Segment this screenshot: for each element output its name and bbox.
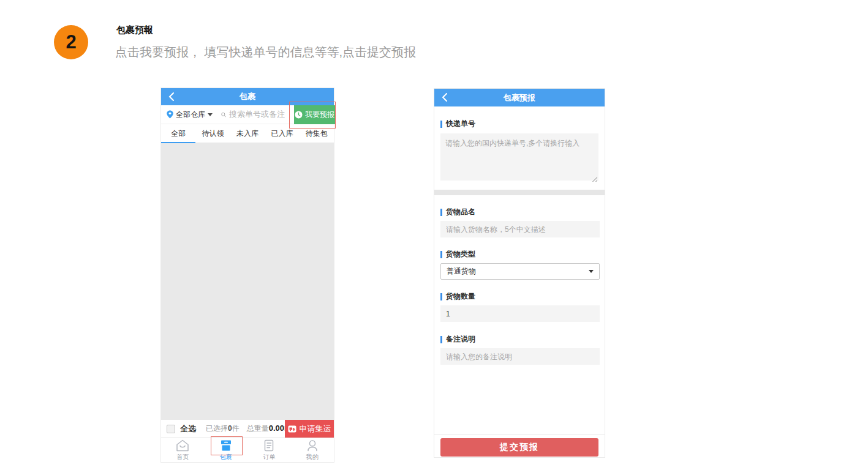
empty-package-list bbox=[161, 143, 334, 420]
goods-type-select[interactable]: 普通货物 bbox=[440, 263, 600, 280]
nav-orders[interactable]: 订单 bbox=[247, 438, 291, 462]
search-input[interactable]: 搜索单号或备注 bbox=[221, 109, 285, 120]
back-icon[interactable] bbox=[442, 93, 447, 104]
form-footer: 提交预报 bbox=[434, 435, 605, 457]
package-list-screen: 包裹 全部仓库 搜索单号或备注 我要预报 全部 待认领 未入库 已入库 待集包 … bbox=[160, 88, 334, 463]
label-bar bbox=[440, 293, 442, 300]
nav-packages-label: 包裹 bbox=[220, 453, 232, 461]
nav-packages[interactable]: 包裹 bbox=[205, 438, 248, 462]
left-phone-title: 包裹 bbox=[240, 91, 255, 102]
orders-icon bbox=[262, 439, 276, 452]
home-icon bbox=[175, 439, 190, 452]
tab-not-in-warehouse[interactable]: 未入库 bbox=[230, 124, 265, 143]
goods-quantity-label: 货物数量 bbox=[440, 291, 598, 302]
package-forecast-screen: 包裹预报 快递单号 货物品名 货物类型 普通货物 货物数量 bbox=[434, 88, 605, 458]
tab-pending-claim[interactable]: 待认领 bbox=[195, 124, 230, 143]
search-placeholder: 搜索单号或备注 bbox=[229, 109, 285, 120]
right-phone-header: 包裹预报 bbox=[434, 89, 605, 106]
bottom-navigation: 首页 包裹 订单 我的 bbox=[161, 438, 334, 462]
back-icon[interactable] bbox=[168, 92, 174, 103]
tracking-number-textarea[interactable] bbox=[440, 133, 598, 181]
goods-name-input[interactable] bbox=[440, 221, 600, 237]
truck-icon bbox=[288, 425, 296, 433]
location-pin-icon bbox=[167, 110, 173, 119]
submit-forecast-button[interactable]: 提交预报 bbox=[440, 438, 598, 457]
goods-name-label: 货物品名 bbox=[440, 207, 598, 217]
goods-type-label: 货物类型 bbox=[440, 249, 598, 259]
clock-icon bbox=[295, 111, 303, 119]
forecast-button-label: 我要预报 bbox=[305, 110, 334, 120]
package-tabs: 全部 待认领 未入库 已入库 待集包 bbox=[161, 124, 334, 143]
package-icon bbox=[219, 439, 233, 452]
warehouse-dropdown[interactable]: 全部仓库 bbox=[167, 110, 213, 120]
label-bar bbox=[440, 209, 442, 216]
goods-quantity-input[interactable] bbox=[440, 305, 600, 322]
tracking-number-label: 快递单号 bbox=[440, 119, 598, 129]
apply-consolidation-label: 申请集运 bbox=[300, 423, 331, 435]
step-title: 包裹預報 bbox=[116, 24, 153, 36]
step-number-badge: 2 bbox=[54, 25, 88, 59]
remarks-label-text: 备注说明 bbox=[446, 334, 475, 345]
warehouse-dropdown-label: 全部仓库 bbox=[176, 110, 205, 120]
goods-quantity-label-text: 货物数量 bbox=[446, 291, 475, 302]
total-weight-text: 总重量0.00kg bbox=[247, 423, 291, 434]
label-bar bbox=[440, 336, 442, 343]
remarks-input[interactable] bbox=[440, 348, 600, 365]
chevron-down-icon bbox=[208, 113, 213, 116]
nav-home-label: 首页 bbox=[176, 453, 189, 461]
remarks-label: 备注说明 bbox=[440, 334, 598, 345]
goods-type-selected-value: 普通货物 bbox=[447, 266, 476, 277]
left-phone-header: 包裹 bbox=[161, 88, 334, 105]
selection-bar: 全选 已选择0件 总重量0.00kg 申请集运 bbox=[161, 420, 334, 438]
nav-orders-label: 订单 bbox=[263, 453, 275, 461]
tab-all[interactable]: 全部 bbox=[161, 124, 195, 143]
select-all-checkbox[interactable] bbox=[167, 425, 175, 433]
selected-count-text: 已选择0件 bbox=[206, 423, 240, 434]
label-bar bbox=[440, 251, 442, 258]
selected-count: 0 bbox=[228, 424, 232, 433]
nav-profile[interactable]: 我的 bbox=[291, 438, 334, 462]
step-description: 点击我要预报， 填写快递单号的信息等等,点击提交预报 bbox=[115, 44, 416, 61]
nav-profile-label: 我的 bbox=[306, 453, 319, 461]
search-icon bbox=[221, 111, 226, 119]
select-all-label: 全选 bbox=[180, 423, 196, 435]
tracking-number-label-text: 快递单号 bbox=[446, 119, 475, 129]
goods-type-label-text: 货物类型 bbox=[446, 249, 475, 259]
chevron-down-icon bbox=[589, 270, 594, 273]
right-phone-title: 包裹预报 bbox=[504, 92, 535, 103]
forecast-form: 快递单号 货物品名 货物类型 普通货物 货物数量 备注说明 bbox=[434, 106, 605, 457]
apply-consolidation-button[interactable]: 申请集运 bbox=[285, 420, 334, 438]
goods-name-label-text: 货物品名 bbox=[446, 207, 475, 217]
tab-pending-pack[interactable]: 待集包 bbox=[300, 124, 334, 143]
label-bar bbox=[440, 121, 442, 128]
selected-prefix: 已选择 bbox=[206, 424, 228, 433]
weight-value: 0.00 bbox=[269, 423, 284, 433]
section-divider bbox=[434, 190, 605, 195]
profile-icon bbox=[305, 439, 320, 452]
nav-home[interactable]: 首页 bbox=[161, 438, 205, 462]
tab-in-warehouse[interactable]: 已入库 bbox=[265, 124, 299, 143]
forecast-button[interactable]: 我要预报 bbox=[294, 105, 335, 124]
weight-label: 总重量 bbox=[247, 424, 269, 433]
selected-suffix: 件 bbox=[232, 424, 240, 433]
